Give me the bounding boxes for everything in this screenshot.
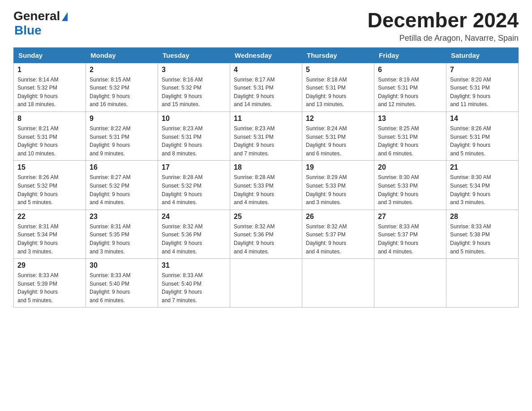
calendar-cell <box>446 259 519 308</box>
calendar-table: SundayMondayTuesdayWednesdayThursdayFrid… <box>13 47 519 308</box>
day-info: Sunrise: 8:28 AMSunset: 5:32 PMDaylight:… <box>162 173 226 206</box>
day-number: 12 <box>306 115 370 123</box>
calendar-cell: 11 Sunrise: 8:23 AMSunset: 5:31 PMDaylig… <box>230 111 302 160</box>
calendar-cell: 1 Sunrise: 8:14 AMSunset: 5:32 PMDayligh… <box>14 63 86 111</box>
calendar-cell: 17 Sunrise: 8:28 AMSunset: 5:32 PMDaylig… <box>158 161 230 210</box>
day-info: Sunrise: 8:32 AMSunset: 5:37 PMDaylight:… <box>306 223 370 256</box>
day-info: Sunrise: 8:32 AMSunset: 5:36 PMDaylight:… <box>234 223 298 256</box>
day-info: Sunrise: 8:20 AMSunset: 5:31 PMDaylight:… <box>450 76 515 109</box>
day-info: Sunrise: 8:27 AMSunset: 5:32 PMDaylight:… <box>90 173 154 206</box>
calendar-cell: 3 Sunrise: 8:16 AMSunset: 5:32 PMDayligh… <box>158 63 230 111</box>
day-number: 19 <box>306 163 370 171</box>
calendar-cell: 7 Sunrise: 8:20 AMSunset: 5:31 PMDayligh… <box>446 63 519 111</box>
weekday-header-tuesday: Tuesday <box>158 47 230 63</box>
day-info: Sunrise: 8:30 AMSunset: 5:33 PMDaylight:… <box>378 173 442 206</box>
day-number: 25 <box>234 213 298 221</box>
weekday-header-friday: Friday <box>374 47 446 63</box>
week-row-4: 22 Sunrise: 8:31 AMSunset: 5:34 PMDaylig… <box>14 210 519 258</box>
calendar-cell: 2 Sunrise: 8:15 AMSunset: 5:32 PMDayligh… <box>86 63 158 111</box>
day-number: 11 <box>234 115 298 123</box>
day-info: Sunrise: 8:33 AMSunset: 5:40 PMDaylight:… <box>162 271 226 304</box>
day-number: 27 <box>378 213 442 221</box>
calendar-cell: 31 Sunrise: 8:33 AMSunset: 5:40 PMDaylig… <box>158 259 230 308</box>
calendar-cell: 21 Sunrise: 8:30 AMSunset: 5:34 PMDaylig… <box>446 161 519 210</box>
day-info: Sunrise: 8:30 AMSunset: 5:34 PMDaylight:… <box>450 173 515 206</box>
calendar-cell: 20 Sunrise: 8:30 AMSunset: 5:33 PMDaylig… <box>374 161 446 210</box>
day-number: 29 <box>17 261 82 270</box>
day-info: Sunrise: 8:26 AMSunset: 5:31 PMDaylight:… <box>450 124 515 158</box>
day-info: Sunrise: 8:23 AMSunset: 5:31 PMDaylight:… <box>234 124 298 158</box>
weekday-header-row: SundayMondayTuesdayWednesdayThursdayFrid… <box>14 47 519 63</box>
day-info: Sunrise: 8:32 AMSunset: 5:36 PMDaylight:… <box>162 223 226 256</box>
weekday-header-sunday: Sunday <box>14 47 86 63</box>
day-info: Sunrise: 8:33 AMSunset: 5:40 PMDaylight:… <box>90 271 154 304</box>
calendar-cell: 19 Sunrise: 8:29 AMSunset: 5:33 PMDaylig… <box>302 161 374 210</box>
week-row-1: 1 Sunrise: 8:14 AMSunset: 5:32 PMDayligh… <box>14 63 519 111</box>
logo-general-text: General <box>13 9 60 23</box>
day-number: 16 <box>90 163 154 171</box>
calendar-cell: 6 Sunrise: 8:19 AMSunset: 5:31 PMDayligh… <box>374 63 446 111</box>
day-info: Sunrise: 8:33 AMSunset: 5:39 PMDaylight:… <box>17 271 82 304</box>
day-info: Sunrise: 8:15 AMSunset: 5:32 PMDaylight:… <box>90 76 154 109</box>
day-number: 20 <box>378 163 442 171</box>
day-info: Sunrise: 8:16 AMSunset: 5:32 PMDaylight:… <box>162 76 226 109</box>
day-info: Sunrise: 8:19 AMSunset: 5:31 PMDaylight:… <box>378 76 442 109</box>
day-info: Sunrise: 8:29 AMSunset: 5:33 PMDaylight:… <box>306 173 370 206</box>
weekday-header-monday: Monday <box>86 47 158 63</box>
day-number: 31 <box>162 261 226 270</box>
day-number: 30 <box>90 261 154 270</box>
calendar-cell: 28 Sunrise: 8:33 AMSunset: 5:38 PMDaylig… <box>446 210 519 258</box>
calendar-cell: 27 Sunrise: 8:33 AMSunset: 5:37 PMDaylig… <box>374 210 446 258</box>
calendar-cell: 29 Sunrise: 8:33 AMSunset: 5:39 PMDaylig… <box>14 259 86 308</box>
day-number: 26 <box>306 213 370 221</box>
logo: General Blue <box>13 9 68 38</box>
day-info: Sunrise: 8:18 AMSunset: 5:31 PMDaylight:… <box>306 76 370 109</box>
day-number: 24 <box>162 213 226 221</box>
day-info: Sunrise: 8:25 AMSunset: 5:31 PMDaylight:… <box>378 124 442 158</box>
calendar-cell <box>230 259 302 308</box>
day-number: 5 <box>306 66 370 74</box>
day-info: Sunrise: 8:28 AMSunset: 5:33 PMDaylight:… <box>234 173 298 206</box>
day-number: 10 <box>162 115 226 123</box>
logo-blue-text: Blue <box>14 23 42 38</box>
calendar-cell: 8 Sunrise: 8:21 AMSunset: 5:31 PMDayligh… <box>14 111 86 160</box>
day-info: Sunrise: 8:26 AMSunset: 5:32 PMDaylight:… <box>17 173 82 206</box>
day-number: 4 <box>234 66 298 74</box>
calendar-cell: 14 Sunrise: 8:26 AMSunset: 5:31 PMDaylig… <box>446 111 519 160</box>
calendar-cell: 25 Sunrise: 8:32 AMSunset: 5:36 PMDaylig… <box>230 210 302 258</box>
page-header: General Blue December 2024 Petilla de Ar… <box>13 9 519 43</box>
day-number: 13 <box>378 115 442 123</box>
calendar-cell: 30 Sunrise: 8:33 AMSunset: 5:40 PMDaylig… <box>86 259 158 308</box>
day-info: Sunrise: 8:31 AMSunset: 5:34 PMDaylight:… <box>17 223 82 256</box>
calendar-cell: 15 Sunrise: 8:26 AMSunset: 5:32 PMDaylig… <box>14 161 86 210</box>
week-row-3: 15 Sunrise: 8:26 AMSunset: 5:32 PMDaylig… <box>14 161 519 210</box>
calendar-cell: 5 Sunrise: 8:18 AMSunset: 5:31 PMDayligh… <box>302 63 374 111</box>
day-info: Sunrise: 8:31 AMSunset: 5:35 PMDaylight:… <box>90 223 154 256</box>
day-info: Sunrise: 8:24 AMSunset: 5:31 PMDaylight:… <box>306 124 370 158</box>
day-number: 3 <box>162 66 226 74</box>
day-number: 6 <box>378 66 442 74</box>
weekday-header-saturday: Saturday <box>446 47 519 63</box>
calendar-cell: 24 Sunrise: 8:32 AMSunset: 5:36 PMDaylig… <box>158 210 230 258</box>
day-number: 21 <box>450 163 515 171</box>
day-number: 23 <box>90 213 154 221</box>
calendar-cell: 4 Sunrise: 8:17 AMSunset: 5:31 PMDayligh… <box>230 63 302 111</box>
day-info: Sunrise: 8:23 AMSunset: 5:31 PMDaylight:… <box>162 124 226 158</box>
location-text: Petilla de Aragon, Navarre, Spain <box>367 34 519 43</box>
calendar-cell: 12 Sunrise: 8:24 AMSunset: 5:31 PMDaylig… <box>302 111 374 160</box>
day-info: Sunrise: 8:33 AMSunset: 5:38 PMDaylight:… <box>450 223 515 256</box>
week-row-2: 8 Sunrise: 8:21 AMSunset: 5:31 PMDayligh… <box>14 111 519 160</box>
day-info: Sunrise: 8:22 AMSunset: 5:31 PMDaylight:… <box>90 124 154 158</box>
calendar-cell <box>374 259 446 308</box>
day-number: 2 <box>90 66 154 74</box>
day-number: 18 <box>234 163 298 171</box>
calendar-cell <box>302 259 374 308</box>
calendar-cell: 18 Sunrise: 8:28 AMSunset: 5:33 PMDaylig… <box>230 161 302 210</box>
day-number: 9 <box>90 115 154 123</box>
day-info: Sunrise: 8:14 AMSunset: 5:32 PMDaylight:… <box>17 76 82 109</box>
day-number: 8 <box>17 115 82 123</box>
day-number: 28 <box>450 213 515 221</box>
day-number: 22 <box>17 213 82 221</box>
calendar-cell: 13 Sunrise: 8:25 AMSunset: 5:31 PMDaylig… <box>374 111 446 160</box>
day-info: Sunrise: 8:21 AMSunset: 5:31 PMDaylight:… <box>17 124 82 158</box>
